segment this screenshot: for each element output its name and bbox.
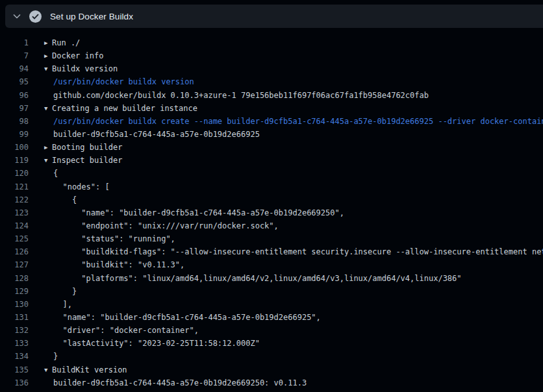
line-number[interactable]: 99 — [0, 128, 29, 141]
log-command-text: /usr/bin/docker buildx create --name bui… — [53, 115, 543, 128]
log-line: 121 "nodes": [ — [0, 180, 543, 193]
line-number[interactable]: 94 — [0, 62, 29, 75]
log-text: "name": "builder-d9cfb5a1-c764-445a-a57e… — [53, 206, 344, 219]
line-number[interactable]: 129 — [0, 285, 29, 298]
log-text: Run ./ — [52, 36, 80, 49]
step-header[interactable]: Set up Docker Buildx — [5, 5, 543, 28]
chevron-down-icon[interactable] — [12, 11, 22, 21]
log-lines-container: 1▶Run ./7▶Docker info94▼Buildx version95… — [0, 36, 543, 389]
log-group-line[interactable]: 119▼Inspect builder — [0, 154, 543, 167]
line-number[interactable]: 130 — [0, 298, 29, 311]
log-group-line[interactable]: 135▼BuildKit version — [0, 363, 543, 376]
log-text: { — [53, 193, 77, 206]
line-number[interactable]: 136 — [0, 376, 29, 389]
log-line: 131 "name": "builder-d9cfb5a1-c764-445a-… — [0, 311, 543, 324]
line-number[interactable]: 119 — [0, 154, 29, 167]
log-line: 130 ], — [0, 298, 543, 311]
log-line: 125 "status": "running", — [0, 232, 543, 245]
check-circle-icon — [29, 10, 42, 23]
log-text: builder-d9cfb5a1-c764-445a-a57e-0b19d2e6… — [53, 128, 260, 141]
log-line: 132 "driver": "docker-container", — [0, 324, 543, 337]
log-text: "lastActivity": "2023-02-25T11:58:12.000… — [53, 337, 260, 350]
log-text: BuildKit version — [52, 363, 127, 376]
log-line: 122 { — [0, 193, 543, 206]
step-title: Set up Docker Buildx — [50, 12, 133, 21]
log-text: } — [53, 350, 58, 363]
line-number[interactable]: 134 — [0, 350, 29, 363]
line-number[interactable]: 98 — [0, 115, 29, 128]
line-number[interactable]: 96 — [0, 89, 29, 102]
log-line: 126 "buildkitd-flags": "--allow-insecure… — [0, 245, 543, 258]
log-text: github.com/docker/buildx 0.10.3+azure-1 … — [53, 89, 429, 102]
triangle-down-icon[interactable]: ▼ — [44, 154, 52, 167]
triangle-right-icon[interactable]: ▶ — [44, 36, 52, 49]
triangle-down-icon[interactable]: ▼ — [44, 62, 52, 75]
log-text: "driver": "docker-container", — [53, 324, 199, 337]
log-text: Buildx version — [52, 62, 118, 75]
log-text: "platforms": "linux/amd64,linux/amd64/v2… — [53, 272, 462, 285]
log-line: 133 "lastActivity": "2023-02-25T11:58:12… — [0, 337, 543, 350]
line-number[interactable]: 126 — [0, 245, 29, 258]
triangle-right-icon[interactable]: ▶ — [44, 141, 52, 154]
log-line: 136builder-d9cfb5a1-c764-445a-a57e-0b19d… — [0, 376, 543, 389]
line-number[interactable]: 131 — [0, 311, 29, 324]
log-line: 127 "buildkit": "v0.11.3", — [0, 258, 543, 271]
log-group-line[interactable]: 100▶Booting builder — [0, 141, 543, 154]
log-text: "buildkit": "v0.11.3", — [53, 258, 184, 271]
line-number[interactable]: 121 — [0, 180, 29, 193]
line-number[interactable]: 127 — [0, 258, 29, 271]
log-text: "endpoint": "unix:///var/run/docker.sock… — [53, 219, 279, 232]
line-number[interactable]: 132 — [0, 324, 29, 337]
log-text: { — [53, 167, 58, 180]
log-text: builder-d9cfb5a1-c764-445a-a57e-0b19d2e6… — [53, 376, 307, 389]
log-text: Creating a new builder instance — [52, 102, 197, 115]
log-line: 99builder-d9cfb5a1-c764-445a-a57e-0b19d2… — [0, 128, 543, 141]
log-line: 96github.com/docker/buildx 0.10.3+azure-… — [0, 89, 543, 102]
log-line: 129 } — [0, 285, 543, 298]
line-number[interactable]: 97 — [0, 102, 29, 115]
line-number[interactable]: 128 — [0, 272, 29, 285]
log-text: Booting builder — [52, 141, 122, 154]
log-text: Docker info — [52, 49, 103, 62]
line-number[interactable]: 123 — [0, 206, 29, 219]
line-number[interactable]: 1 — [0, 36, 29, 49]
log-text: "buildkitd-flags": "--allow-insecure-ent… — [53, 245, 543, 258]
log-text: } — [53, 285, 77, 298]
triangle-down-icon[interactable]: ▼ — [44, 102, 52, 115]
log-text: "status": "running", — [53, 232, 175, 245]
log-text: "nodes": [ — [53, 180, 110, 193]
log-line: 120{ — [0, 167, 543, 180]
line-number[interactable]: 122 — [0, 193, 29, 206]
line-number[interactable]: 95 — [0, 75, 29, 88]
line-number[interactable]: 133 — [0, 337, 29, 350]
line-number[interactable]: 125 — [0, 232, 29, 245]
line-number[interactable]: 100 — [0, 141, 29, 154]
triangle-right-icon[interactable]: ▶ — [44, 49, 52, 62]
log-line: 123 "name": "builder-d9cfb5a1-c764-445a-… — [0, 206, 543, 219]
log-line: 128 "platforms": "linux/amd64,linux/amd6… — [0, 272, 543, 285]
log-text: ], — [53, 298, 72, 311]
triangle-down-icon[interactable]: ▼ — [44, 363, 52, 376]
log-line: 134} — [0, 350, 543, 363]
log-line: 124 "endpoint": "unix:///var/run/docker.… — [0, 219, 543, 232]
log-text: Inspect builder — [52, 154, 122, 167]
line-number[interactable]: 135 — [0, 363, 29, 376]
line-number[interactable]: 124 — [0, 219, 29, 232]
log-line: 98/usr/bin/docker buildx create --name b… — [0, 115, 543, 128]
log-group-line[interactable]: 94▼Buildx version — [0, 62, 543, 75]
log-line: 95/usr/bin/docker buildx version — [0, 75, 543, 88]
log-group-line[interactable]: 1▶Run ./ — [0, 36, 543, 49]
log-group-line[interactable]: 97▼Creating a new builder instance — [0, 102, 543, 115]
log-group-line[interactable]: 7▶Docker info — [0, 49, 543, 62]
line-number[interactable]: 7 — [0, 49, 29, 62]
log-command-text: /usr/bin/docker buildx version — [53, 75, 194, 88]
log-text: "name": "builder-d9cfb5a1-c764-445a-a57e… — [53, 311, 321, 324]
line-number[interactable]: 120 — [0, 167, 29, 180]
